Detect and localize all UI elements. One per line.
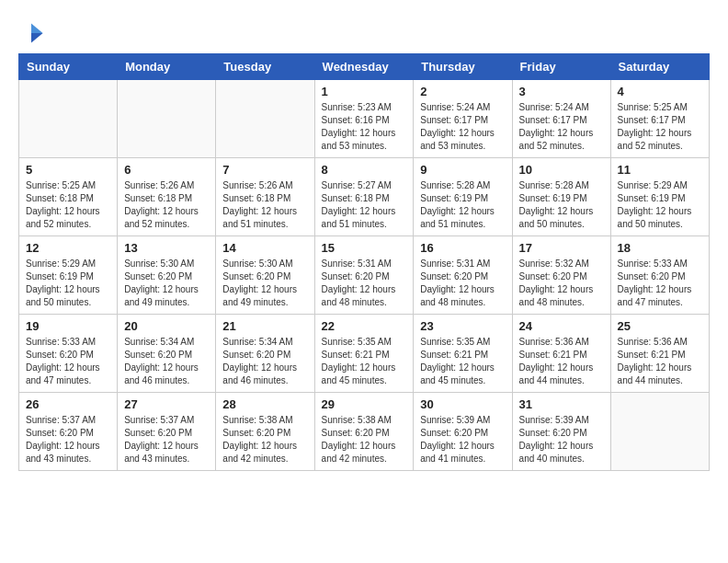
calendar-cell: 30Sunrise: 5:39 AM Sunset: 6:20 PM Dayli… xyxy=(414,393,512,471)
day-info: Sunrise: 5:24 AM Sunset: 6:17 PM Dayligh… xyxy=(420,101,505,153)
day-number: 11 xyxy=(618,163,702,177)
day-info: Sunrise: 5:35 AM Sunset: 6:21 PM Dayligh… xyxy=(322,336,407,387)
day-info: Sunrise: 5:36 AM Sunset: 6:21 PM Dayligh… xyxy=(618,336,702,387)
day-number: 5 xyxy=(26,163,110,177)
calendar-cell: 8Sunrise: 5:27 AM Sunset: 6:18 PM Daylig… xyxy=(314,158,414,236)
day-info: Sunrise: 5:29 AM Sunset: 6:19 PM Dayligh… xyxy=(26,258,110,309)
day-info: Sunrise: 5:32 AM Sunset: 6:20 PM Dayligh… xyxy=(519,258,604,309)
day-number: 1 xyxy=(322,85,407,98)
calendar-cell: 20Sunrise: 5:34 AM Sunset: 6:20 PM Dayli… xyxy=(118,315,216,393)
calendar-cell: 22Sunrise: 5:35 AM Sunset: 6:21 PM Dayli… xyxy=(314,315,414,393)
day-info: Sunrise: 5:26 AM Sunset: 6:18 PM Dayligh… xyxy=(222,179,307,231)
day-info: Sunrise: 5:37 AM Sunset: 6:20 PM Dayligh… xyxy=(124,414,209,465)
calendar-cell: 27Sunrise: 5:37 AM Sunset: 6:20 PM Dayli… xyxy=(118,393,216,471)
day-header-sunday: Sunday xyxy=(19,54,118,80)
day-info: Sunrise: 5:26 AM Sunset: 6:18 PM Dayligh… xyxy=(124,179,209,231)
calendar-cell: 14Sunrise: 5:30 AM Sunset: 6:20 PM Dayli… xyxy=(216,236,314,315)
calendar-cell: 1Sunrise: 5:23 AM Sunset: 6:16 PM Daylig… xyxy=(314,80,414,158)
day-header-monday: Monday xyxy=(118,54,216,80)
calendar-cell: 16Sunrise: 5:31 AM Sunset: 6:20 PM Dayli… xyxy=(414,236,512,315)
day-info: Sunrise: 5:24 AM Sunset: 6:17 PM Dayligh… xyxy=(519,101,604,153)
calendar-cell: 31Sunrise: 5:39 AM Sunset: 6:20 PM Dayli… xyxy=(512,393,610,471)
calendar-cell xyxy=(19,80,118,158)
day-number: 14 xyxy=(222,241,307,255)
calendar-cell: 17Sunrise: 5:32 AM Sunset: 6:20 PM Dayli… xyxy=(512,236,610,315)
day-number: 22 xyxy=(322,319,407,333)
day-number: 13 xyxy=(124,241,209,255)
calendar-week-2: 5Sunrise: 5:25 AM Sunset: 6:18 PM Daylig… xyxy=(19,158,710,236)
calendar-cell: 26Sunrise: 5:37 AM Sunset: 6:20 PM Dayli… xyxy=(19,393,118,471)
day-info: Sunrise: 5:38 AM Sunset: 6:20 PM Dayligh… xyxy=(222,414,307,465)
calendar-cell: 13Sunrise: 5:30 AM Sunset: 6:20 PM Dayli… xyxy=(118,236,216,315)
day-info: Sunrise: 5:39 AM Sunset: 6:20 PM Dayligh… xyxy=(420,414,505,465)
page-header xyxy=(18,18,710,44)
day-number: 31 xyxy=(519,397,604,411)
calendar-cell: 23Sunrise: 5:35 AM Sunset: 6:21 PM Dayli… xyxy=(414,315,512,393)
day-info: Sunrise: 5:38 AM Sunset: 6:20 PM Dayligh… xyxy=(322,414,407,465)
day-number: 17 xyxy=(519,241,604,255)
calendar-cell: 11Sunrise: 5:29 AM Sunset: 6:19 PM Dayli… xyxy=(610,158,709,236)
calendar-cell xyxy=(118,80,216,158)
calendar-cell: 4Sunrise: 5:25 AM Sunset: 6:17 PM Daylig… xyxy=(610,80,709,158)
day-number: 27 xyxy=(124,397,209,411)
day-info: Sunrise: 5:36 AM Sunset: 6:21 PM Dayligh… xyxy=(519,336,604,387)
day-info: Sunrise: 5:31 AM Sunset: 6:20 PM Dayligh… xyxy=(420,258,505,309)
calendar-cell: 6Sunrise: 5:26 AM Sunset: 6:18 PM Daylig… xyxy=(118,158,216,236)
day-number: 16 xyxy=(420,241,505,255)
day-info: Sunrise: 5:30 AM Sunset: 6:20 PM Dayligh… xyxy=(222,258,307,309)
day-info: Sunrise: 5:37 AM Sunset: 6:20 PM Dayligh… xyxy=(26,414,110,465)
calendar-week-3: 12Sunrise: 5:29 AM Sunset: 6:19 PM Dayli… xyxy=(19,236,710,315)
day-number: 18 xyxy=(618,241,702,255)
day-number: 20 xyxy=(124,319,209,333)
day-info: Sunrise: 5:25 AM Sunset: 6:18 PM Dayligh… xyxy=(26,179,110,231)
day-info: Sunrise: 5:33 AM Sunset: 6:20 PM Dayligh… xyxy=(26,336,110,387)
calendar-cell: 21Sunrise: 5:34 AM Sunset: 6:20 PM Dayli… xyxy=(216,315,314,393)
calendar-cell: 5Sunrise: 5:25 AM Sunset: 6:18 PM Daylig… xyxy=(19,158,118,236)
calendar-header-row: SundayMondayTuesdayWednesdayThursdayFrid… xyxy=(19,54,710,80)
day-number: 15 xyxy=(322,241,407,255)
svg-marker-0 xyxy=(31,24,43,34)
calendar-cell: 29Sunrise: 5:38 AM Sunset: 6:20 PM Dayli… xyxy=(314,393,414,471)
day-header-friday: Friday xyxy=(512,54,610,80)
day-number: 25 xyxy=(618,319,702,333)
day-header-saturday: Saturday xyxy=(610,54,709,80)
calendar-cell: 19Sunrise: 5:33 AM Sunset: 6:20 PM Dayli… xyxy=(19,315,118,393)
calendar-week-5: 26Sunrise: 5:37 AM Sunset: 6:20 PM Dayli… xyxy=(19,393,710,471)
day-info: Sunrise: 5:28 AM Sunset: 6:19 PM Dayligh… xyxy=(519,179,604,231)
svg-marker-1 xyxy=(31,33,43,43)
day-number: 6 xyxy=(124,163,209,177)
day-info: Sunrise: 5:33 AM Sunset: 6:20 PM Dayligh… xyxy=(618,258,702,309)
calendar-cell: 3Sunrise: 5:24 AM Sunset: 6:17 PM Daylig… xyxy=(512,80,610,158)
calendar-cell: 12Sunrise: 5:29 AM Sunset: 6:19 PM Dayli… xyxy=(19,236,118,315)
calendar-cell xyxy=(610,393,709,471)
day-info: Sunrise: 5:39 AM Sunset: 6:20 PM Dayligh… xyxy=(519,414,604,465)
day-number: 26 xyxy=(26,397,110,411)
day-number: 21 xyxy=(222,319,307,333)
calendar-cell: 7Sunrise: 5:26 AM Sunset: 6:18 PM Daylig… xyxy=(216,158,314,236)
day-number: 8 xyxy=(322,163,407,177)
day-number: 12 xyxy=(26,241,110,255)
calendar-cell: 25Sunrise: 5:36 AM Sunset: 6:21 PM Dayli… xyxy=(610,315,709,393)
day-number: 24 xyxy=(519,319,604,333)
calendar-cell: 18Sunrise: 5:33 AM Sunset: 6:20 PM Dayli… xyxy=(610,236,709,315)
day-number: 19 xyxy=(26,319,110,333)
calendar-cell: 2Sunrise: 5:24 AM Sunset: 6:17 PM Daylig… xyxy=(414,80,512,158)
calendar-week-4: 19Sunrise: 5:33 AM Sunset: 6:20 PM Dayli… xyxy=(19,315,710,393)
day-info: Sunrise: 5:30 AM Sunset: 6:20 PM Dayligh… xyxy=(124,258,209,309)
day-number: 4 xyxy=(618,85,702,98)
day-info: Sunrise: 5:31 AM Sunset: 6:20 PM Dayligh… xyxy=(322,258,407,309)
day-info: Sunrise: 5:27 AM Sunset: 6:18 PM Dayligh… xyxy=(322,179,407,231)
day-info: Sunrise: 5:34 AM Sunset: 6:20 PM Dayligh… xyxy=(222,336,307,387)
day-number: 2 xyxy=(420,85,505,98)
day-info: Sunrise: 5:28 AM Sunset: 6:19 PM Dayligh… xyxy=(420,179,505,231)
day-number: 10 xyxy=(519,163,604,177)
day-number: 7 xyxy=(222,163,307,177)
calendar-cell: 15Sunrise: 5:31 AM Sunset: 6:20 PM Dayli… xyxy=(314,236,414,315)
day-info: Sunrise: 5:35 AM Sunset: 6:21 PM Dayligh… xyxy=(420,336,505,387)
day-number: 9 xyxy=(420,163,505,177)
calendar-cell xyxy=(216,80,314,158)
calendar-cell: 10Sunrise: 5:28 AM Sunset: 6:19 PM Dayli… xyxy=(512,158,610,236)
day-number: 3 xyxy=(519,85,604,98)
day-number: 28 xyxy=(222,397,307,411)
day-header-tuesday: Tuesday xyxy=(216,54,314,80)
